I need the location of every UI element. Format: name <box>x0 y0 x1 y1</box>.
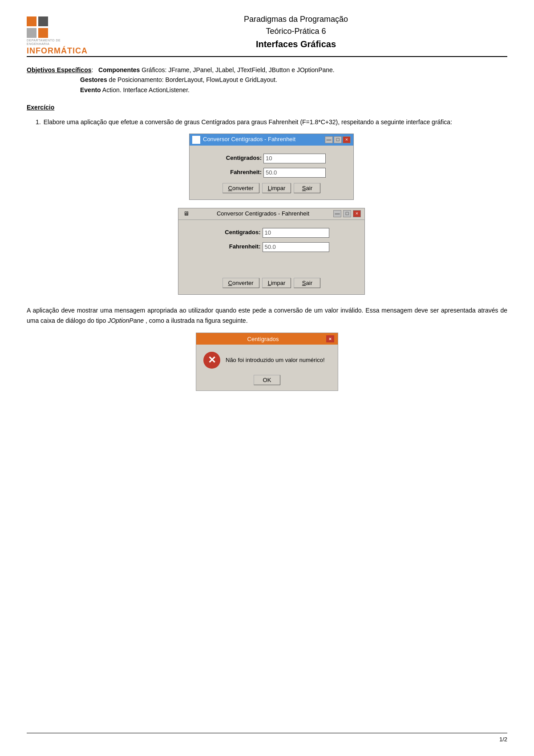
window2-maximize-btn[interactable]: □ <box>343 210 351 217</box>
dialog-btn-row: OK <box>203 375 331 385</box>
window2-icon: 🖥 <box>182 210 190 218</box>
window1: 🖥 Conversor Centígrados - Fahrenheit — □… <box>189 134 354 200</box>
converter-rest: onverter <box>232 185 254 191</box>
body-para1-end: , como a ilustrada na figura seguinte. <box>146 317 248 324</box>
dialog-error-icon: ✕ <box>203 352 220 369</box>
body-para1-italic: JOptionPane <box>108 317 144 324</box>
w2-converter-rest: onverter <box>232 280 254 286</box>
dialog-titlebar: Centígrados × <box>196 333 338 345</box>
components-text: Gráficos: JFrame, JPanel, JLabel, JTextF… <box>140 66 334 73</box>
window1-centigrados-input[interactable] <box>263 154 326 163</box>
window2-limpar-btn[interactable]: Limpar <box>262 278 291 288</box>
gestores-label: Gestores <box>80 76 107 83</box>
error-x-symbol: ✕ <box>208 354 216 366</box>
page-header: Departamento de Engenharia INFORMÁTICA P… <box>27 13 507 57</box>
window2-fahrenheit-input[interactable] <box>263 242 329 252</box>
dialog-message: Não foi introduzido um valor numérico! <box>226 356 325 364</box>
window1-fahrenheit-label: Fahrenheit: <box>217 168 262 177</box>
window1-sair-btn[interactable]: Sair <box>294 183 320 193</box>
window1-titlebar: 🖥 Conversor Centígrados - Fahrenheit — □… <box>190 134 353 146</box>
exercise-item-1: 1. Elabore uma aplicação que efetue a co… <box>36 117 507 294</box>
window2-app-icon: 🖥 <box>183 209 189 219</box>
gestores-row: Gestores de Posicionamento: BorderLayout… <box>80 75 507 85</box>
window-app-icon: 🖥 <box>194 135 199 144</box>
window1-btn-row: Converter Limpar Sair <box>198 183 344 193</box>
evento-row: Evento Action. Interface ActionListener. <box>80 85 507 95</box>
window2-minimize-btn[interactable]: — <box>333 210 341 217</box>
exercise-text: Elabore uma aplicação que efetue a conve… <box>44 117 452 127</box>
dialog-title: Centígrados <box>200 336 326 342</box>
dialog-content-row: ✕ Não foi introduzido um valor numérico! <box>203 352 331 369</box>
window1-body: Centigrados: Fahrenheit: Converter Limpa… <box>190 146 353 199</box>
page-footer: 1/2 <box>27 733 507 743</box>
window1-limpar-btn[interactable]: Limpar <box>262 183 291 193</box>
logo: Departamento de Engenharia INFORMÁTICA <box>27 16 71 48</box>
header-title-line2: Teórico-Prática 6 <box>85 25 507 37</box>
window2-sair-btn[interactable]: Sair <box>294 278 320 288</box>
evento-label: Evento <box>80 86 101 93</box>
window2-converter-btn[interactable]: Converter <box>222 278 259 288</box>
window2-fahrenheit-label: Fahrenheit: <box>214 242 261 252</box>
header-title: Paradigmas da Programação Teórico-Prátic… <box>85 13 507 51</box>
dialog: Centígrados × ✕ Não foi introduzido um v… <box>196 333 338 391</box>
window1-icon: 🖥 <box>192 136 200 144</box>
logo-dept: Departamento de Engenharia <box>27 39 71 46</box>
window1-fahrenheit-row: Fahrenheit: <box>198 168 344 178</box>
body-paragraph-1: A aplicação deve mostrar uma mensagem ap… <box>27 305 507 327</box>
gestores-text: de Posicionamento: BorderLayout, FlowLay… <box>107 76 277 83</box>
objectives-label: Objetivos Específicos <box>27 66 92 73</box>
window1-title: Conversor Centígrados - Fahrenheit <box>203 135 324 144</box>
window2-spacer <box>189 256 354 274</box>
logo-inf: INFORMÁTICA <box>27 46 71 56</box>
page-number: 1/2 <box>499 736 507 743</box>
logo-sq-4 <box>38 28 48 38</box>
exercise-section-title: Exercício <box>27 104 507 111</box>
sair-rest: air <box>306 185 312 191</box>
w2-sair-underline: S <box>302 280 306 286</box>
window2-btn-row: Converter Limpar Sair <box>189 278 354 288</box>
window2-centigrados-row: Centigrados: <box>189 228 354 238</box>
dialog-ok-btn[interactable]: OK <box>254 375 281 385</box>
window1-close-btn[interactable]: × <box>343 136 351 143</box>
window1-converter-btn[interactable]: Converter <box>222 183 259 193</box>
w2-limpar-underline: L <box>268 280 271 286</box>
window2-titlebar-btns: — □ × <box>332 210 361 217</box>
window2-centigrados-input[interactable] <box>263 228 329 238</box>
window2-title: Conversor Centígrados - Fahrenheit <box>194 209 332 219</box>
converter-underline: C <box>228 185 232 191</box>
window2-body: Centigrados: Fahrenheit: Converter Limpa… <box>178 220 364 294</box>
w2-sair-rest: air <box>306 280 312 286</box>
window2: 🖥 Conversor Centígrados - Fahrenheit — □… <box>178 208 365 295</box>
w2-limpar-rest: impar <box>271 280 286 286</box>
limpar-underline: L <box>268 185 271 191</box>
logo-sq-2 <box>38 16 48 26</box>
logo-sq-3 <box>27 28 36 38</box>
sair-underline: S <box>302 185 306 191</box>
window2-close-btn[interactable]: × <box>353 210 361 217</box>
limpar-rest: impar <box>271 185 286 191</box>
header-title-line3: Interfaces Gráficas <box>85 37 507 51</box>
logo-squares <box>27 16 48 38</box>
body-para1-text: A aplicação deve mostrar uma mensagem ap… <box>27 307 507 325</box>
window2-centigrados-label: Centigrados: <box>214 228 261 237</box>
window2-fahrenheit-row: Fahrenheit: <box>189 242 354 252</box>
window1-minimize-btn[interactable]: — <box>325 136 333 143</box>
objectives-section: Objetivos Específicos: Componentes Gráfi… <box>27 65 507 95</box>
w2-converter-underline: C <box>228 280 232 286</box>
components-label: Componentes <box>98 66 140 73</box>
dialog-close-btn[interactable]: × <box>326 335 334 342</box>
dialog-body: ✕ Não foi introduzido um valor numérico!… <box>196 345 338 390</box>
window1-fahrenheit-input[interactable] <box>263 168 326 178</box>
exercise-number: 1. <box>36 117 41 133</box>
window1-centigrados-label: Centigrados: <box>217 154 262 163</box>
dialog-container: Centígrados × ✕ Não foi introduzido um v… <box>27 333 507 391</box>
window1-centigrados-row: Centigrados: <box>198 154 344 163</box>
header-title-line1: Paradigmas da Programação <box>85 13 507 25</box>
window2-titlebar: 🖥 Conversor Centígrados - Fahrenheit — □… <box>178 208 364 220</box>
evento-text: Action. Interface ActionListener. <box>101 86 190 93</box>
logo-sq-1 <box>27 16 36 26</box>
window1-maximize-btn[interactable]: □ <box>334 136 342 143</box>
windows-container: 🖥 Conversor Centígrados - Fahrenheit — □… <box>36 134 507 295</box>
